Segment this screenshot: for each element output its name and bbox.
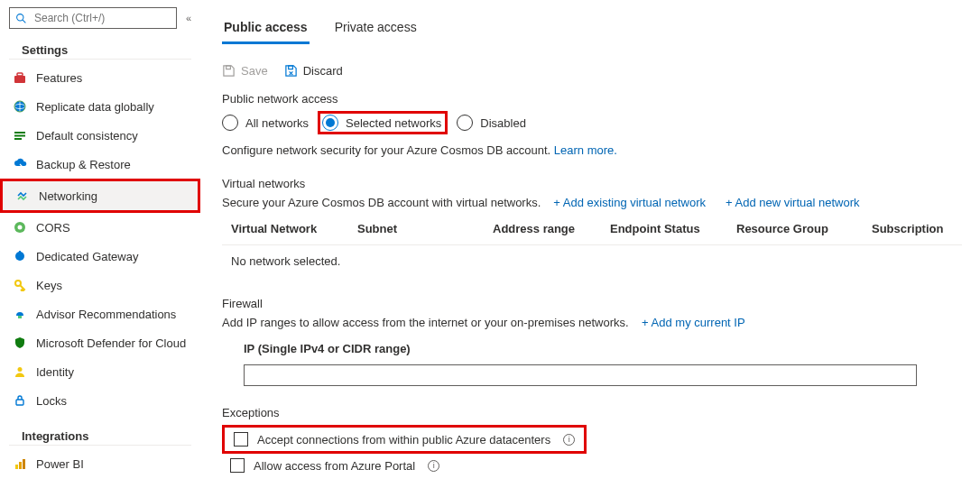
svg-rect-2 xyxy=(14,76,25,83)
identity-icon xyxy=(13,364,27,379)
public-network-title: Public network access xyxy=(222,92,962,106)
discard-icon xyxy=(284,64,298,78)
sidebar-item-cors[interactable]: CORS xyxy=(0,213,200,242)
search-input[interactable] xyxy=(32,11,171,25)
tabs: Public access Private access xyxy=(222,7,962,44)
sidebar-item-label: CORS xyxy=(36,221,70,235)
vnet-desc: Secure your Azure Cosmos DB account with… xyxy=(222,196,541,209)
toolbar: Save Discard xyxy=(222,64,962,78)
radio-disabled[interactable]: Disabled xyxy=(457,115,526,131)
svg-rect-21 xyxy=(227,66,231,69)
radio-icon xyxy=(222,115,238,131)
add-existing-vnet-link[interactable]: + Add existing virtual network xyxy=(553,196,706,209)
sidebar-item-backup[interactable]: Backup & Restore xyxy=(0,150,200,179)
col-endpoint-status: Endpoint Status xyxy=(610,222,736,235)
shield-icon xyxy=(13,336,27,350)
sidebar-item-defender[interactable]: Microsoft Defender for Cloud xyxy=(0,328,200,357)
sidebar-item-locks[interactable]: Locks xyxy=(0,386,200,415)
vnet-table-header: Virtual Network Subnet Address range End… xyxy=(222,218,962,245)
sidebar: « Settings Features Replicate data globa… xyxy=(0,0,200,484)
sidebar-item-networking[interactable]: Networking xyxy=(3,181,198,210)
toolbox-icon xyxy=(13,70,27,85)
radio-all-networks[interactable]: All networks xyxy=(222,115,309,131)
section-header-settings: Settings xyxy=(9,38,191,60)
svg-rect-8 xyxy=(14,135,25,137)
col-resource-group: Resource Group xyxy=(736,222,872,235)
vnet-title: Virtual networks xyxy=(222,177,962,190)
highlight-exception-1: Accept connections from within public Az… xyxy=(222,425,587,454)
firewall-section: Firewall Add IP ranges to allow access f… xyxy=(222,297,962,386)
discard-button[interactable]: Discard xyxy=(284,64,343,78)
checkbox-azure-datacenters[interactable]: Accept connections from within public Az… xyxy=(228,429,580,449)
sidebar-item-keys[interactable]: Keys xyxy=(0,271,200,299)
advisor-icon xyxy=(13,307,27,321)
section-header-integrations: Integrations xyxy=(9,424,191,446)
sidebar-item-label: Backup & Restore xyxy=(36,158,131,171)
svg-rect-15 xyxy=(18,316,22,318)
sidebar-item-consistency[interactable]: Default consistency xyxy=(0,121,200,150)
firewall-title: Firewall xyxy=(222,297,962,310)
radio-selected-networks[interactable]: Selected networks xyxy=(322,115,441,131)
ip-label: IP (Single IPv4 or CIDR range) xyxy=(222,342,962,355)
sidebar-item-label: Power BI xyxy=(36,457,84,471)
search-icon xyxy=(15,13,27,24)
learn-more-link[interactable]: Learn more. xyxy=(554,143,617,157)
sidebar-item-label: Locks xyxy=(36,394,67,408)
consistency-icon xyxy=(13,128,27,143)
sidebar-item-replicate[interactable]: Replicate data globally xyxy=(0,92,200,121)
highlight-selected-networks: Selected networks xyxy=(318,111,448,134)
globe-icon xyxy=(13,99,27,114)
sidebar-item-powerbi[interactable]: Power BI xyxy=(0,449,200,478)
add-new-vnet-link[interactable]: + Add new virtual network xyxy=(726,196,860,209)
public-network-section: Public network access All networks Selec… xyxy=(222,92,962,157)
sidebar-item-label: Default consistency xyxy=(36,129,138,143)
sidebar-item-advisor[interactable]: Advisor Recommendations xyxy=(0,299,200,328)
svg-rect-22 xyxy=(288,66,292,69)
svg-rect-18 xyxy=(15,465,18,469)
svg-rect-3 xyxy=(17,73,23,76)
info-icon[interactable]: i xyxy=(563,434,575,446)
svg-point-0 xyxy=(17,14,23,20)
svg-point-11 xyxy=(18,226,23,230)
checkbox-azure-portal[interactable]: Allow access from Azure Portal i xyxy=(222,456,962,475)
svg-rect-13 xyxy=(19,251,21,254)
svg-rect-7 xyxy=(14,132,25,134)
checkbox-icon xyxy=(234,432,248,447)
radio-icon xyxy=(322,115,338,131)
tab-public-access[interactable]: Public access xyxy=(222,7,310,44)
sidebar-item-features[interactable]: Features xyxy=(0,63,200,92)
exceptions-title: Exceptions xyxy=(222,406,962,419)
vnet-empty-row: No network selected. xyxy=(222,245,962,277)
col-address-range: Address range xyxy=(493,222,610,235)
save-button: Save xyxy=(222,64,268,78)
sidebar-item-label: Identity xyxy=(36,365,74,379)
collapse-sidebar-icon[interactable]: « xyxy=(186,13,191,23)
svg-rect-19 xyxy=(19,462,22,469)
tab-private-access[interactable]: Private access xyxy=(333,7,419,44)
svg-point-16 xyxy=(18,367,23,372)
sidebar-item-label: Replicate data globally xyxy=(36,100,154,114)
sidebar-item-label: Dedicated Gateway xyxy=(36,250,138,263)
sidebar-item-label: Networking xyxy=(39,189,97,203)
svg-rect-9 xyxy=(14,138,22,140)
col-subnet: Subnet xyxy=(357,222,493,235)
info-icon[interactable]: i xyxy=(428,460,439,472)
save-icon xyxy=(222,64,236,78)
radio-icon xyxy=(457,115,473,131)
powerbi-icon xyxy=(13,456,27,471)
highlight-networking: Networking xyxy=(0,179,200,213)
main-content: Public access Private access Save Discar… xyxy=(200,0,980,484)
lock-icon xyxy=(13,393,27,408)
add-my-ip-link[interactable]: + Add my current IP xyxy=(642,316,745,329)
search-box[interactable] xyxy=(9,7,177,29)
sidebar-item-gateway[interactable]: Dedicated Gateway xyxy=(0,242,200,271)
network-help-text: Configure network security for your Azur… xyxy=(222,143,550,157)
cloud-restore-icon xyxy=(13,157,27,171)
cors-icon xyxy=(13,220,27,235)
sidebar-item-label: Microsoft Defender for Cloud xyxy=(36,336,186,350)
sidebar-item-label: Advisor Recommendations xyxy=(36,308,176,321)
gateway-icon xyxy=(13,249,27,263)
sidebar-item-identity[interactable]: Identity xyxy=(0,357,200,386)
ip-range-input[interactable] xyxy=(244,364,917,386)
svg-rect-20 xyxy=(23,459,25,469)
